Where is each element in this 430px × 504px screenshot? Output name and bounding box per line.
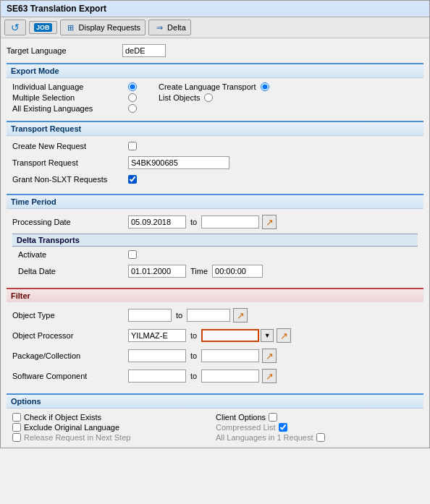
to-label-processor: to bbox=[190, 331, 197, 340]
multiple-selection-radio[interactable] bbox=[128, 93, 137, 102]
job-badge: JOB bbox=[34, 23, 52, 32]
delta-date-input[interactable] bbox=[128, 265, 186, 278]
export-mode-content: Individual Language Create Language Tran… bbox=[7, 81, 423, 116]
job-button[interactable]: JOB bbox=[29, 21, 57, 34]
create-new-request-label: Create New Request bbox=[12, 142, 128, 150]
create-new-request-checkbox[interactable] bbox=[128, 142, 137, 150]
grant-non-slxt-row: Grant Non-SLXT Requests bbox=[12, 174, 418, 185]
create-language-transport-radio[interactable] bbox=[261, 82, 269, 91]
time-input[interactable] bbox=[212, 265, 263, 278]
client-options-checkbox[interactable] bbox=[269, 413, 277, 422]
processor-nav-button[interactable]: ↗ bbox=[277, 328, 291, 343]
target-language-label: Target Language bbox=[7, 46, 122, 55]
individual-language-row: Individual Language Create Language Tran… bbox=[12, 82, 418, 91]
check-if-object-exists-checkbox[interactable] bbox=[12, 413, 21, 422]
create-language-transport-col: Create Language Transport bbox=[154, 82, 272, 91]
list-objects-label: List Objects bbox=[159, 93, 200, 102]
transport-request-row: Transport Request bbox=[12, 155, 418, 171]
all-existing-languages-radio[interactable] bbox=[128, 104, 137, 113]
package-nav-icon: ↗ bbox=[266, 351, 274, 362]
title-bar: SE63 Translation Export bbox=[1, 1, 429, 17]
options-header: Options bbox=[7, 393, 423, 409]
content-area: Target Language deDE Export Mode Individ… bbox=[1, 38, 429, 448]
time-period-header: Time Period bbox=[7, 194, 423, 209]
filter-header: Filter bbox=[7, 288, 423, 302]
software-component-to-input[interactable] bbox=[201, 370, 259, 383]
object-processor-label: Object Processor bbox=[12, 331, 128, 340]
individual-language-label: Individual Language bbox=[12, 82, 128, 91]
software-nav-icon: ↗ bbox=[266, 371, 274, 382]
package-collection-input[interactable] bbox=[128, 349, 186, 362]
processing-date-input[interactable] bbox=[128, 215, 186, 228]
release-request-row: Release Request in Next Step bbox=[12, 433, 214, 442]
software-nav-button[interactable]: ↗ bbox=[262, 369, 277, 383]
software-component-input[interactable] bbox=[128, 370, 186, 383]
all-languages-row: All Languages in 1 Request bbox=[216, 433, 418, 442]
object-type-nav-icon: ↗ bbox=[237, 310, 245, 321]
processing-date-to-input[interactable] bbox=[201, 215, 259, 228]
create-new-request-row: Create New Request bbox=[12, 140, 418, 152]
delta-transports-header: Delta Transports bbox=[12, 234, 418, 247]
object-processor-to-input[interactable] bbox=[201, 329, 259, 342]
all-languages-checkbox[interactable] bbox=[316, 433, 325, 442]
grant-non-slxt-checkbox[interactable] bbox=[128, 175, 137, 184]
multiple-selection-row: Multiple Selection List Objects bbox=[12, 93, 418, 102]
display-requests-label: Display Requests bbox=[79, 23, 141, 32]
processor-nav-icon: ↗ bbox=[280, 330, 288, 341]
transport-request-input[interactable] bbox=[128, 156, 229, 169]
processing-date-label: Processing Date bbox=[12, 218, 128, 226]
object-type-to-input[interactable] bbox=[187, 309, 230, 322]
list-objects-radio[interactable] bbox=[204, 93, 213, 102]
object-type-nav-button[interactable]: ↗ bbox=[233, 308, 248, 323]
delta-date-label: Delta Date bbox=[12, 267, 128, 276]
delta-button[interactable]: ⇒ Delta bbox=[148, 20, 191, 35]
window-title: SE63 Translation Export bbox=[7, 4, 106, 14]
individual-language-radio[interactable] bbox=[128, 82, 137, 91]
list-objects-col: List Objects bbox=[154, 93, 216, 102]
object-type-label: Object Type bbox=[12, 311, 128, 320]
release-request-checkbox[interactable] bbox=[12, 433, 21, 442]
time-period-content: Processing Date to ↗ Delta Transports Ac… bbox=[7, 212, 423, 283]
all-languages-label: All Languages in 1 Request bbox=[216, 433, 313, 442]
package-collection-to-input[interactable] bbox=[201, 349, 259, 362]
package-nav-button[interactable]: ↗ bbox=[262, 349, 277, 363]
object-processor-row: Object Processor to ▼ ↗ bbox=[12, 327, 418, 344]
package-collection-row: Package/Collection to ↗ bbox=[12, 347, 418, 364]
main-window: SE63 Translation Export ↺ JOB ⊞ Display … bbox=[0, 0, 430, 448]
to-label-date: to bbox=[190, 218, 197, 226]
options-content: Check if Object Exists Client Options Ex… bbox=[7, 411, 423, 443]
check-if-object-exists-label: Check if Object Exists bbox=[24, 413, 101, 422]
object-type-row: Object Type to ↗ bbox=[12, 307, 418, 324]
display-requests-icon: ⊞ bbox=[65, 22, 77, 33]
object-processor-input[interactable] bbox=[128, 329, 186, 342]
compressed-list-checkbox[interactable] bbox=[279, 423, 287, 432]
filter-content: Object Type to ↗ Object Processor to ▼ ↗ bbox=[7, 305, 423, 389]
delta-date-row: Delta Date Time bbox=[12, 263, 418, 279]
nav-arrow-icon: ↗ bbox=[266, 217, 274, 228]
compressed-list-row: Compressed List bbox=[216, 423, 418, 432]
display-requests-button[interactable]: ⊞ Display Requests bbox=[60, 20, 146, 35]
transport-request-label: Transport Request bbox=[12, 158, 128, 167]
processing-date-nav-button[interactable]: ↗ bbox=[262, 215, 277, 229]
delta-label: Delta bbox=[167, 23, 186, 32]
refresh-button[interactable]: ↺ bbox=[4, 20, 26, 35]
toolbar: ↺ JOB ⊞ Display Requests ⇒ Delta bbox=[1, 17, 429, 38]
package-collection-label: Package/Collection bbox=[12, 351, 128, 360]
multiple-selection-label: Multiple Selection bbox=[12, 93, 128, 102]
processor-select-button[interactable]: ▼ bbox=[261, 329, 274, 342]
to-label-package: to bbox=[190, 351, 197, 360]
release-request-label: Release Request in Next Step bbox=[24, 433, 130, 442]
create-language-transport-label: Create Language Transport bbox=[159, 82, 256, 91]
activate-checkbox[interactable] bbox=[128, 250, 137, 259]
target-language-input[interactable]: deDE bbox=[122, 44, 166, 57]
all-existing-languages-label: All Existing Languages bbox=[12, 104, 128, 113]
exclude-original-language-checkbox[interactable] bbox=[12, 423, 21, 432]
to-label-object-type: to bbox=[176, 311, 182, 320]
client-options-label: Client Options bbox=[216, 413, 266, 422]
grant-non-slxt-label: Grant Non-SLXT Requests bbox=[12, 175, 128, 184]
exclude-original-language-row: Exclude Original Language bbox=[12, 423, 214, 432]
object-type-input[interactable] bbox=[128, 309, 172, 322]
activate-label: Activate bbox=[12, 250, 128, 259]
software-component-row: Software Component to ↗ bbox=[12, 367, 418, 385]
to-label-software: to bbox=[190, 372, 197, 380]
